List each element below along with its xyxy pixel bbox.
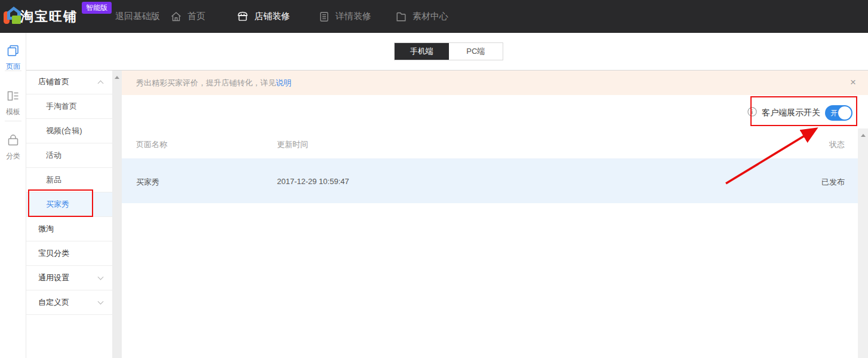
sidebar-item-weitao[interactable]: 微淘 (26, 217, 112, 241)
main-scrollbar[interactable] (858, 128, 868, 358)
topbar: 淘宝旺铺 智能版 退回基础版 首页 店铺装修 详情装修 (0, 0, 868, 33)
info-icon (747, 107, 757, 119)
sidebar-item-label: 视频(合辑) (46, 126, 82, 136)
client-switch-group: 客户端展示开关 开 (747, 105, 852, 121)
tab-pc[interactable]: PC端 (449, 43, 503, 60)
device-tab-group: 手机端 PC端 (394, 42, 503, 60)
sidebar-item-general-settings[interactable]: 通用设置 (26, 266, 112, 290)
pages-icon (6, 44, 20, 60)
cell-updated-time: 2017-12-29 10:59:47 (277, 177, 349, 186)
column-header-status: 状态 (829, 139, 845, 150)
nav-label: 素材中心 (413, 11, 448, 22)
icon-rail: 页面 模板 分类 (0, 33, 26, 358)
rail-item-templates[interactable]: 模板 (0, 89, 26, 117)
notice-bar: 秀出精彩买家评价，提升店铺转化，详见说明 × (122, 71, 868, 95)
sidebar-item-label: 微淘 (38, 224, 54, 234)
cell-page-name: 买家秀 (136, 177, 159, 188)
scroll-up-icon (115, 76, 119, 79)
sidebar-item-shop-home[interactable]: 店铺首页 (26, 70, 112, 94)
nav-shop-decorate[interactable]: 店铺装修 (236, 0, 290, 33)
brand-title: 淘宝旺铺 (20, 8, 78, 26)
material-center-icon (395, 11, 407, 23)
content-top-divider (26, 70, 868, 71)
toolbar-row: 客户端展示开关 开 (122, 95, 868, 130)
sidebar-item-new-products[interactable]: 新品 (26, 168, 112, 192)
sidebar-item-buyer-show[interactable]: 买家秀 (26, 192, 112, 217)
detail-decorate-icon (318, 11, 330, 23)
client-display-toggle[interactable]: 开 (825, 105, 852, 121)
table-row[interactable]: 买家秀 2017-12-29 10:59:47 已发布 (122, 158, 858, 203)
rail-label: 分类 (6, 151, 20, 161)
cell-status: 已发布 (821, 177, 845, 188)
sidebar-item-video[interactable]: 视频(合辑) (26, 119, 112, 143)
sidebar-item-label: 活动 (46, 150, 61, 161)
chevron-up-icon (98, 80, 104, 86)
nav-label: 首页 (187, 11, 205, 22)
chevron-down-icon (98, 299, 104, 305)
toggle-knob (838, 106, 851, 120)
nav-home[interactable]: 首页 (170, 0, 205, 33)
sidebar-scrollbar[interactable] (112, 71, 122, 358)
client-switch-label: 客户端展示开关 (762, 108, 820, 118)
shop-decorate-icon (236, 10, 249, 23)
column-header-updated: 更新时间 (277, 139, 308, 150)
sidebar-item-label: 新品 (46, 175, 61, 185)
close-icon[interactable]: × (850, 76, 856, 89)
sidebar-item-label: 通用设置 (38, 273, 69, 283)
toggle-state-label: 开 (830, 109, 838, 117)
home-icon (170, 11, 182, 23)
notice-text: 秀出精彩买家评价，提升店铺转化，详见 (136, 78, 276, 88)
rail-divider (5, 121, 21, 121)
table-header: 页面名称 更新时间 状态 (122, 130, 858, 158)
sidebar-item-mobile-home[interactable]: 手淘首页 (26, 94, 112, 119)
sidebar-item-item-categories[interactable]: 宝贝分类 (26, 241, 112, 266)
nav-label: 店铺装修 (254, 11, 290, 22)
nav-detail-decorate[interactable]: 详情装修 (318, 0, 371, 33)
column-header-name: 页面名称 (136, 139, 167, 150)
rail-divider (5, 71, 21, 71)
template-icon (6, 89, 20, 105)
scroll-up-icon (861, 134, 866, 137)
sidebar-item-label: 买家秀 (46, 199, 69, 210)
nav-material-center[interactable]: 素材中心 (395, 0, 448, 33)
sidebar-item-label: 宝贝分类 (38, 248, 69, 259)
nav-back-to-basic[interactable]: 退回基础版 (115, 0, 160, 33)
sidebar-item-activity[interactable]: 活动 (26, 143, 112, 168)
rail-item-pages[interactable]: 页面 (0, 44, 26, 72)
nav-label: 详情装修 (335, 11, 371, 22)
smart-version-badge: 智能版 (82, 2, 112, 14)
sidebar-item-custom-pages[interactable]: 自定义页 (26, 290, 112, 315)
chevron-down-icon (98, 274, 104, 280)
sidebar-menu: 店铺首页 手淘首页 视频(合辑) 活动 新品 买家秀 微淘 宝贝分类 通用设置 … (26, 70, 112, 358)
notice-detail-link[interactable]: 说明 (276, 78, 291, 88)
rail-label: 模板 (6, 107, 20, 117)
nav-label: 退回基础版 (115, 11, 160, 22)
sidebar-item-label: 自定义页 (38, 297, 69, 308)
bag-icon (6, 133, 20, 149)
sidebar-item-label: 手淘首页 (46, 101, 77, 112)
sidebar-item-label: 店铺首页 (38, 77, 69, 87)
tab-mobile[interactable]: 手机端 (395, 43, 449, 60)
rail-item-categories[interactable]: 分类 (0, 133, 26, 161)
